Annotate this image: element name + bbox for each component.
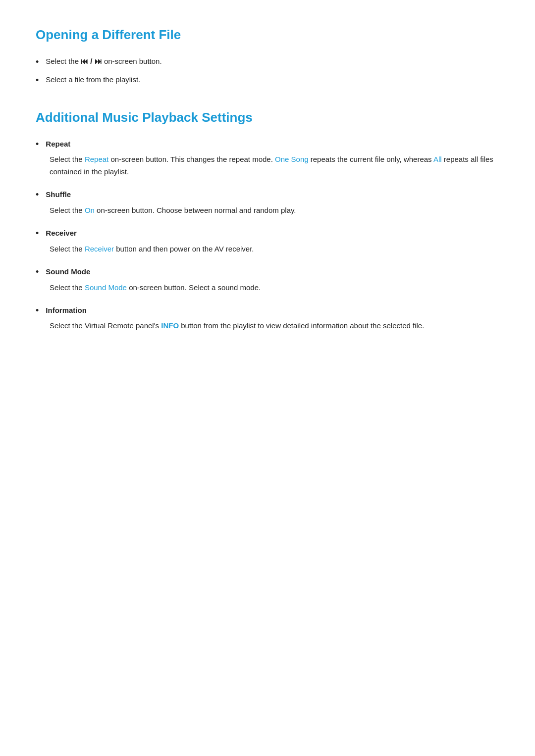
list-item-nav-buttons: Select the ⏮ / ⏭ on-screen button. bbox=[36, 55, 499, 69]
section-title-opening-file: Opening a Different File bbox=[36, 25, 499, 46]
setting-information-header: Information bbox=[36, 304, 499, 317]
setting-sound-mode: Sound Mode Select the Sound Mode on-scre… bbox=[36, 266, 499, 294]
section-title-additional-settings: Additional Music Playback Settings bbox=[36, 107, 499, 128]
opening-file-list: Select the ⏮ / ⏭ on-screen button. Selec… bbox=[36, 55, 499, 88]
setting-receiver-label: Receiver bbox=[46, 227, 77, 239]
setting-receiver: Receiver Select the Receiver button and … bbox=[36, 227, 499, 255]
highlight-one-song: One Song bbox=[275, 155, 309, 163]
setting-repeat-body: Select the Repeat on-screen button. This… bbox=[36, 153, 499, 178]
bullet-text-playlist: Select a file from the playlist. bbox=[46, 74, 140, 86]
page-content: Opening a Different File Select the ⏮ / … bbox=[36, 25, 499, 332]
setting-shuffle-body: Select the On on-screen button. Choose b… bbox=[36, 204, 499, 217]
setting-information-body: Select the Virtual Remote panel's INFO b… bbox=[36, 320, 499, 332]
nav-prev-next-icon: ⏮ / ⏭ bbox=[81, 57, 102, 65]
setting-repeat: Repeat Select the Repeat on-screen butto… bbox=[36, 138, 499, 178]
setting-receiver-header: Receiver bbox=[36, 227, 499, 240]
highlight-on: On bbox=[85, 206, 95, 214]
highlight-receiver: Receiver bbox=[85, 245, 114, 253]
highlight-info: INFO bbox=[161, 321, 179, 330]
setting-repeat-label: Repeat bbox=[46, 138, 70, 150]
setting-shuffle-label: Shuffle bbox=[46, 189, 71, 201]
highlight-all: All bbox=[433, 155, 442, 163]
section-opening-file: Opening a Different File Select the ⏮ / … bbox=[36, 25, 499, 88]
setting-shuffle-header: Shuffle bbox=[36, 189, 499, 201]
bullet-text-nav: Select the ⏮ / ⏭ on-screen button. bbox=[46, 55, 161, 67]
setting-repeat-header: Repeat bbox=[36, 138, 499, 151]
setting-information-label: Information bbox=[46, 304, 87, 316]
list-item-playlist: Select a file from the playlist. bbox=[36, 74, 499, 88]
section-additional-settings: Additional Music Playback Settings Repea… bbox=[36, 107, 499, 332]
highlight-repeat: Repeat bbox=[85, 155, 108, 163]
setting-shuffle: Shuffle Select the On on-screen button. … bbox=[36, 189, 499, 216]
setting-sound-mode-body: Select the Sound Mode on-screen button. … bbox=[36, 282, 499, 294]
setting-receiver-body: Select the Receiver button and then powe… bbox=[36, 243, 499, 255]
setting-information: Information Select the Virtual Remote pa… bbox=[36, 304, 499, 332]
highlight-sound-mode: Sound Mode bbox=[85, 283, 127, 292]
settings-list: Repeat Select the Repeat on-screen butto… bbox=[36, 138, 499, 332]
setting-sound-mode-label: Sound Mode bbox=[46, 266, 90, 278]
setting-sound-mode-header: Sound Mode bbox=[36, 266, 499, 278]
